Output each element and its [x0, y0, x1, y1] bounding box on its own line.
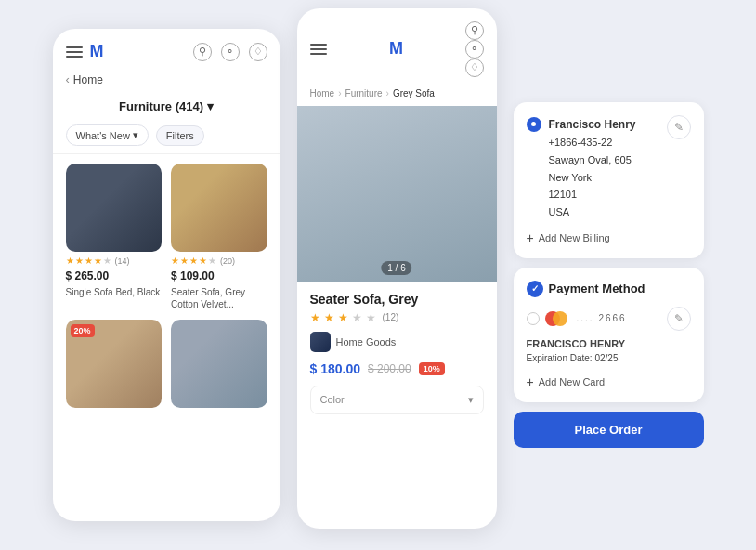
billing-name: Francisco Henry — [549, 115, 636, 134]
price-old: $ 200.00 — [368, 362, 411, 375]
back-label: Home — [73, 73, 103, 86]
product-price: $ 109.00 — [171, 269, 267, 282]
product-name: Single Sofa Bed, Black — [66, 286, 163, 298]
back-row[interactable]: ‹ Home — [53, 69, 280, 94]
top-icons: ⚲ ⚬ ♢ — [193, 43, 267, 61]
whats-new-label: What's New — [76, 130, 130, 141]
card-holder-name: FRANCISCO HENRY — [527, 336, 691, 352]
product-image — [171, 320, 267, 408]
list-item[interactable]: ★ ★ ★ ★ ★ (20) $ 109.00 Seater Sofa, Gre… — [171, 164, 267, 310]
discount-badge: 20% — [71, 324, 95, 337]
product-title: Seater Sofa, Grey — [310, 292, 484, 307]
search-icon[interactable]: ⚲ — [193, 43, 212, 61]
card-expiry: Expiration Date: 02/25 — [527, 351, 691, 365]
breadcrumb: Home › Furniture › Grey Sofa — [297, 85, 497, 106]
star-rating: ★ ★ ★ ★ ★ (14) — [66, 255, 163, 266]
add-billing-link[interactable]: + Add New Billing — [527, 230, 691, 245]
left-phone: M ⚲ ⚬ ♢ ‹ Home Furniture (414) ▾ What's … — [53, 29, 280, 521]
category-label: Furniture (414) — [119, 99, 203, 113]
product-name: Seater Sofa, Grey Cotton Velvet... — [171, 286, 267, 310]
payment-section-label: Payment Method — [549, 282, 645, 295]
list-item[interactable]: ★ ★ ★ ★ ★ (14) $ 265.00 Single Sofa Bed,… — [66, 164, 163, 310]
brand-icon — [310, 332, 331, 352]
payment-radio[interactable] — [527, 312, 540, 325]
payment-card: ✓ Payment Method .... 2666 ✎ FRANCISCO H… — [514, 268, 704, 403]
color-label: Color — [320, 394, 345, 405]
hamburger-icon[interactable] — [66, 44, 83, 60]
left-top-bar: M ⚲ ⚬ ♢ — [53, 29, 280, 69]
top-icons: ⚲ ⚬ ♢ — [465, 21, 484, 77]
sofa-image — [297, 106, 497, 282]
discount-badge: 10% — [419, 362, 445, 375]
add-card-link[interactable]: + Add New Card — [527, 374, 691, 389]
payment-row: .... 2666 ✎ — [527, 307, 691, 331]
filters-label: Filters — [166, 130, 194, 141]
category-row: Furniture (414) ▾ — [53, 94, 280, 119]
payment-edit-button[interactable]: ✎ — [667, 307, 691, 331]
filter-row: What's New ▾ Filters — [53, 119, 280, 154]
billing-header: Francisco Henry +1866-435-22 Sawayn Oval… — [527, 115, 691, 221]
product-price: $ 265.00 — [66, 269, 163, 282]
search-icon[interactable]: ⚲ — [465, 21, 484, 40]
billing-text: Francisco Henry +1866-435-22 Sawayn Oval… — [549, 115, 636, 221]
mastercard-icon — [545, 310, 571, 327]
hamburger-icon[interactable] — [310, 41, 327, 58]
plus-icon: + — [527, 230, 534, 245]
product-hero-image: 1 / 6 — [297, 106, 497, 282]
add-billing-label: Add New Billing — [539, 232, 610, 243]
breadcrumb-sep1: › — [338, 88, 341, 98]
logo-area: M — [66, 42, 103, 61]
product-detail: Seater Sofa, Grey ★ ★ ★ ★ ★ (12) Home Go… — [297, 282, 497, 424]
color-selector[interactable]: Color ▾ — [310, 386, 484, 414]
card-details: FRANCISCO HENRY Expiration Date: 02/25 — [527, 336, 691, 366]
card-last-four: .... 2666 — [577, 313, 627, 323]
brand-row: Home Goods — [310, 332, 484, 352]
color-chevron-icon: ▾ — [468, 394, 474, 406]
billing-city: New York — [549, 169, 636, 187]
review-count: (14) — [115, 256, 130, 266]
billing-address: Sawayn Oval, 605 — [549, 151, 636, 169]
payment-title: ✓ Payment Method — [527, 281, 691, 297]
product-image — [171, 164, 267, 252]
billing-radio[interactable] — [527, 117, 541, 132]
app-logo: M — [90, 42, 103, 61]
product-image — [66, 164, 163, 252]
filters-btn[interactable]: Filters — [156, 125, 204, 146]
billing-edit-button[interactable]: ✎ — [667, 115, 691, 139]
mid-phone: M ⚲ ⚬ ♢ Home › Furniture › Grey Sofa 1 /… — [297, 8, 497, 529]
star-rating: ★ ★ ★ ★ ★ (12) — [310, 311, 484, 324]
billing-country: USA — [549, 203, 636, 221]
right-panel: Francisco Henry +1866-435-22 Sawayn Oval… — [514, 102, 704, 448]
breadcrumb-furniture[interactable]: Furniture — [345, 88, 383, 98]
check-icon: ✓ — [527, 281, 543, 297]
plus-icon: + — [527, 374, 534, 389]
chevron-down-icon: ▾ — [207, 99, 214, 113]
product-image: 20% — [66, 320, 163, 408]
place-order-button[interactable]: Place Order — [514, 412, 704, 448]
billing-info: Francisco Henry +1866-435-22 Sawayn Oval… — [527, 115, 636, 221]
cart-icon[interactable]: ♢ — [249, 43, 267, 61]
mid-top-bar: M ⚲ ⚬ ♢ — [297, 8, 497, 85]
billing-zip: 12101 — [549, 186, 636, 203]
review-count: (20) — [220, 256, 235, 266]
list-item[interactable]: 20% — [66, 320, 163, 408]
product-grid: ★ ★ ★ ★ ★ (14) $ 265.00 Single Sofa Bed,… — [53, 154, 280, 417]
user-icon[interactable]: ⚬ — [465, 40, 484, 59]
billing-phone: +1866-435-22 — [549, 134, 636, 151]
whats-new-filter[interactable]: What's New ▾ — [66, 124, 149, 146]
brand-name: Home Goods — [336, 336, 397, 347]
breadcrumb-sep2: › — [386, 88, 389, 98]
list-item[interactable] — [171, 320, 267, 408]
breadcrumb-current: Grey Sofa — [393, 88, 435, 98]
user-icon[interactable]: ⚬ — [221, 43, 240, 61]
billing-card: Francisco Henry +1866-435-22 Sawayn Oval… — [514, 102, 704, 258]
price-new: $ 180.00 — [310, 361, 361, 376]
price-row: $ 180.00 $ 200.00 10% — [310, 361, 484, 376]
back-chevron-icon: ‹ — [66, 72, 70, 86]
breadcrumb-home[interactable]: Home — [310, 88, 335, 98]
filter-chevron-icon: ▾ — [133, 129, 138, 141]
add-card-label: Add New Card — [539, 376, 606, 387]
payment-left: .... 2666 — [527, 310, 627, 327]
cart-icon[interactable]: ♢ — [465, 59, 484, 77]
image-indicator: 1 / 6 — [381, 261, 411, 275]
